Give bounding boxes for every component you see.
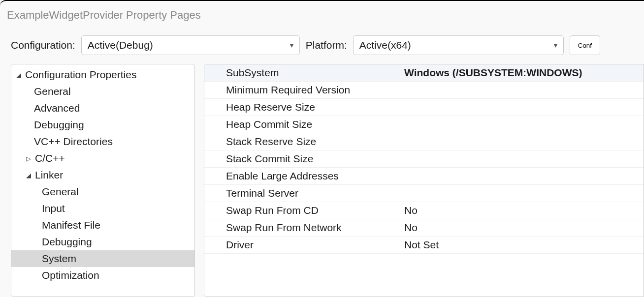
chevron-down-icon: ▾ xyxy=(290,41,293,49)
tree-item-linker-system[interactable]: System xyxy=(11,250,194,267)
tree-item-linker[interactable]: ◢ Linker xyxy=(11,167,194,183)
property-name: Stack Reserve Size xyxy=(204,136,401,148)
configuration-label: Configuration: xyxy=(11,39,75,51)
property-name: Minimum Required Version xyxy=(204,84,401,96)
property-row[interactable]: Heap Commit Size xyxy=(204,116,644,133)
top-toolbar: Configuration: Active(Debug) ▾ Platform:… xyxy=(0,27,644,64)
configuration-value: Active(Debug) xyxy=(88,39,153,51)
platform-label: Platform: xyxy=(306,39,347,51)
configuration-manager-button[interactable]: Conf xyxy=(570,35,600,55)
property-name: Terminal Server xyxy=(204,187,401,199)
property-row[interactable]: Stack Reserve Size xyxy=(204,133,644,150)
property-row[interactable]: Enable Large Addresses xyxy=(204,168,644,185)
property-row[interactable]: Driver Not Set xyxy=(204,237,644,254)
property-row[interactable]: Heap Reserve Size xyxy=(204,99,644,116)
tree-root-configuration-properties[interactable]: ◢ Configuration Properties xyxy=(11,66,194,83)
tree-item-advanced[interactable]: Advanced xyxy=(11,100,194,117)
tree-item-general[interactable]: General xyxy=(11,83,194,100)
property-grid: SubSystem Windows (/SUBSYSTEM:WINDOWS) M… xyxy=(204,64,644,297)
property-value: No xyxy=(401,205,644,216)
tree-item-linker-debugging[interactable]: Debugging xyxy=(11,234,194,250)
property-name: Driver xyxy=(204,239,401,251)
window-title: ExampleWidgetProvider Property Pages xyxy=(0,1,644,27)
property-name: Stack Commit Size xyxy=(204,153,401,165)
platform-dropdown[interactable]: Active(x64) ▾ xyxy=(353,35,564,55)
triangle-right-icon: ▷ xyxy=(26,155,33,162)
tree-item-ccpp[interactable]: ▷ C/C++ xyxy=(11,150,194,167)
tree-item-linker-general[interactable]: General xyxy=(11,183,194,200)
triangle-down-icon: ◢ xyxy=(16,71,23,79)
property-row[interactable]: SubSystem Windows (/SUBSYSTEM:WINDOWS) xyxy=(204,64,644,82)
platform-value: Active(x64) xyxy=(359,39,411,51)
content-area: ◢ Configuration Properties General Advan… xyxy=(0,64,644,297)
chevron-down-icon: ▾ xyxy=(554,41,557,49)
property-name: Heap Commit Size xyxy=(204,119,401,130)
property-row[interactable]: Swap Run From Network No xyxy=(204,219,644,237)
property-name: Swap Run From CD xyxy=(204,205,401,216)
tree-item-linker-optimization[interactable]: Optimization xyxy=(11,267,194,284)
tree-pane: ◢ Configuration Properties General Advan… xyxy=(11,64,195,297)
property-value: No xyxy=(401,222,644,234)
property-row[interactable]: Terminal Server xyxy=(204,185,644,202)
property-name: Swap Run From Network xyxy=(204,222,401,234)
property-row[interactable]: Swap Run From CD No xyxy=(204,202,644,219)
property-row[interactable]: Minimum Required Version xyxy=(204,82,644,99)
property-name: Enable Large Addresses xyxy=(204,170,401,182)
property-pages-window: ExampleWidgetProvider Property Pages Con… xyxy=(0,0,644,297)
property-name: Heap Reserve Size xyxy=(204,101,401,113)
property-row[interactable]: Stack Commit Size xyxy=(204,150,644,168)
tree-item-vcpp-directories[interactable]: VC++ Directories xyxy=(11,133,194,150)
tree-item-debugging[interactable]: Debugging xyxy=(11,117,194,133)
configuration-dropdown[interactable]: Active(Debug) ▾ xyxy=(81,35,300,55)
tree-item-linker-input[interactable]: Input xyxy=(11,200,194,217)
property-value: Not Set xyxy=(401,239,644,251)
triangle-down-icon: ◢ xyxy=(26,172,33,179)
property-name: SubSystem xyxy=(204,67,401,79)
property-value: Windows (/SUBSYSTEM:WINDOWS) xyxy=(401,67,644,79)
tree-item-linker-manifest-file[interactable]: Manifest File xyxy=(11,217,194,234)
